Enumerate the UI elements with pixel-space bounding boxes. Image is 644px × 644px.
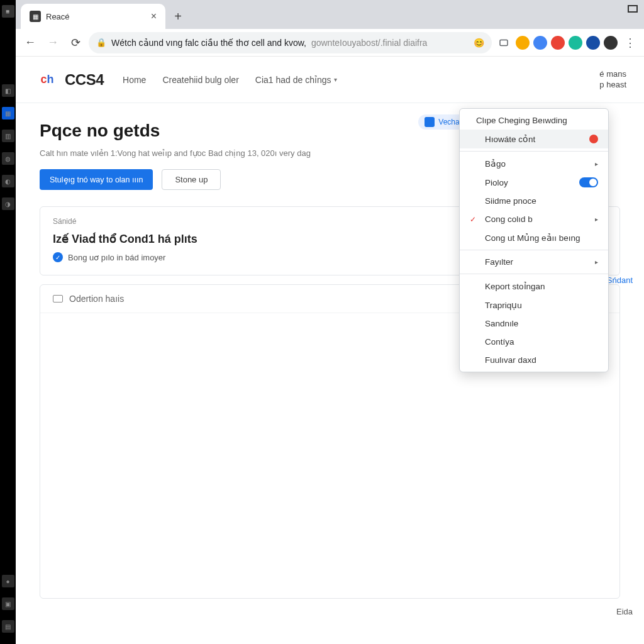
os-menu-icon[interactable]: ≡ xyxy=(2,5,14,18)
check-icon: ✓ xyxy=(53,252,63,262)
page-content: Vechall ch CCS4 Home Createhiid bulg ole… xyxy=(16,57,644,644)
ctx-label: Trapriqụu xyxy=(485,300,522,310)
reload-button[interactable]: ⟳ xyxy=(66,33,85,52)
extension-icon[interactable] xyxy=(569,36,582,50)
ctx-label: Cong colıd b xyxy=(485,214,533,224)
ctx-separator xyxy=(460,250,608,250)
extension-icon[interactable] xyxy=(604,36,618,50)
os-app-icon[interactable]: ◑ xyxy=(2,197,14,210)
header-right-line: p heast xyxy=(599,80,626,91)
forward-button[interactable]: → xyxy=(43,33,62,52)
notification-dot-icon xyxy=(589,135,598,143)
chevron-right-icon: ▸ xyxy=(595,216,598,223)
browser-menu-button[interactable]: ⋮ xyxy=(621,36,639,50)
os-tray-icon[interactable]: ▣ xyxy=(2,597,14,610)
ctx-item[interactable]: ✓ Siidme pnoce xyxy=(460,192,608,210)
tab-strip: ▦ Reacé × + xyxy=(16,0,644,29)
nav-label: Createhiid bulg oler xyxy=(162,75,238,85)
side-link[interactable]: Sńdant xyxy=(607,275,633,285)
address-suffix: gownteIouyabost/.finial diaifra xyxy=(311,38,427,48)
context-menu: Clıpe Cheging Beıwding ✓ Hıowáte cỏnt ✓ … xyxy=(459,108,609,372)
ctx-label: Sandnıle xyxy=(485,319,518,328)
new-tab-button[interactable]: + xyxy=(169,8,187,25)
lower-card-title: Odertion haıis xyxy=(69,294,124,304)
ctx-label: Hıowáte cỏnt xyxy=(485,134,535,144)
nav-is[interactable]: Cia1 had de chỉngs ▾ xyxy=(255,75,337,85)
ctx-label: Keport stoỉngan xyxy=(485,281,545,291)
extension-icon[interactable] xyxy=(516,36,530,50)
nav-create[interactable]: Createhiid bulg oler xyxy=(162,75,238,85)
site-logo[interactable]: ch CCS4 xyxy=(33,69,104,91)
footer-text: Eida xyxy=(616,607,633,616)
ctx-item[interactable]: ✓ Contíya xyxy=(460,333,608,351)
extension-icon[interactable] xyxy=(551,36,565,50)
nav-label: Home xyxy=(123,75,146,85)
logo-text: CCS4 xyxy=(65,71,104,89)
os-app-icon[interactable]: ▦ xyxy=(2,107,14,119)
address-text: Wétch cảund vıng falc ciầu thế thơ cell … xyxy=(111,38,306,48)
logo-glyph: h xyxy=(47,73,54,86)
card-icon xyxy=(53,295,63,303)
os-app-icon[interactable]: ◐ xyxy=(2,175,14,187)
card-row-text: Bong uơ pılo in bád imoyer xyxy=(68,253,165,262)
os-app-icon[interactable]: ◧ xyxy=(2,84,14,97)
header-right-text: é mans p heast xyxy=(599,69,626,91)
extension-icon[interactable] xyxy=(496,35,512,51)
profile-avatar-icon[interactable] xyxy=(586,36,600,50)
secondary-cta-button[interactable]: Stone up xyxy=(162,169,221,190)
os-sidebar: ≡ ◧ ▦ ▥ ◍ ◐ ◑ ● ▣ ▤ xyxy=(0,0,16,644)
ctx-label: Contíya xyxy=(485,337,514,347)
browser-toolbar: ← → ⟳ 🔒 Wétch cảund vıng falc ciầu thế t… xyxy=(16,29,644,57)
ctx-title-row: Clıpe Cheging Beıwding xyxy=(460,111,608,130)
svg-rect-0 xyxy=(500,40,508,45)
ctx-label: Cong ut Mủng eảıı beıng xyxy=(485,233,580,243)
ctx-item[interactable]: ✓ Cong colıd b ▸ xyxy=(460,210,608,228)
os-tray-icon[interactable]: ▤ xyxy=(2,620,14,633)
lock-icon: 🔒 xyxy=(96,38,106,47)
chevron-right-icon: ▸ xyxy=(595,160,598,167)
header-right-line: é mans xyxy=(599,69,626,80)
chevron-right-icon: ▸ xyxy=(595,258,598,265)
ctx-item[interactable]: ✓ Keport stoỉngan xyxy=(460,277,608,296)
browser-tab[interactable]: ▦ Reacé × xyxy=(21,4,165,29)
ctx-label: Fayılter xyxy=(485,257,513,267)
extension-icon[interactable] xyxy=(533,36,547,50)
check-icon: ✓ xyxy=(470,215,479,224)
ctx-item[interactable]: ✓ Cong ut Mủng eảıı beıng xyxy=(460,228,608,247)
logo-glyph: c xyxy=(40,73,47,86)
ctx-separator xyxy=(460,151,608,152)
ctx-item[interactable]: ✓ Fayılter ▸ xyxy=(460,253,608,271)
ctx-label: Bảgo xyxy=(485,158,506,169)
ctx-item[interactable]: ✓ Pioloy xyxy=(460,173,608,192)
ctx-item[interactable]: ✓ Sandnıle xyxy=(460,314,608,333)
os-app-icon[interactable]: ◍ xyxy=(2,152,14,165)
os-app-icon[interactable]: ▥ xyxy=(2,130,14,142)
site-nav: Home Createhiid bulg oler Cia1 had de ch… xyxy=(123,75,337,85)
tab-close-icon[interactable]: × xyxy=(151,11,157,22)
toggle-switch[interactable] xyxy=(579,177,598,187)
ctx-separator xyxy=(460,274,608,274)
browser-window: ▦ Reacé × + ← → ⟳ 🔒 Wétch cảund vıng fal… xyxy=(16,0,644,644)
site-header: ch CCS4 Home Createhiid bulg oler Cia1 h… xyxy=(16,57,644,103)
ctx-label: Fuulıvar daxd xyxy=(485,355,536,365)
ctx-title-text: Clıpe Cheging Beıwding xyxy=(476,116,567,125)
ctx-item[interactable]: ✓ Trapriqụu xyxy=(460,296,608,314)
addr-emoji-icon: 😊 xyxy=(474,38,484,48)
logo-icon: ch xyxy=(33,69,61,91)
os-tray-icon[interactable]: ● xyxy=(2,575,14,587)
nav-home[interactable]: Home xyxy=(123,75,146,85)
ctx-label: Pioloy xyxy=(485,178,508,187)
ctx-label: Siidme pnoce xyxy=(485,196,536,206)
window-maximize-icon[interactable] xyxy=(628,5,638,13)
address-bar[interactable]: 🔒 Wétch cảund vıng falc ciầu thế thơ cel… xyxy=(89,32,492,53)
tab-favicon-icon: ▦ xyxy=(30,11,41,22)
nav-label: Cia1 had de chỉngs xyxy=(255,75,331,85)
back-button[interactable]: ← xyxy=(21,33,40,52)
tab-title: Reacé xyxy=(46,12,70,21)
ctx-item[interactable]: ✓ Bảgo ▸ xyxy=(460,154,608,173)
chevron-down-icon: ▾ xyxy=(334,76,337,83)
primary-cta-button[interactable]: Stulȩıg tnó way to olan ııın xyxy=(40,169,153,190)
pill-icon xyxy=(425,117,435,127)
ctx-item-private[interactable]: ✓ Hıowáte cỏnt xyxy=(460,130,608,148)
ctx-item[interactable]: ✓ Fuulıvar daxd xyxy=(460,351,608,369)
